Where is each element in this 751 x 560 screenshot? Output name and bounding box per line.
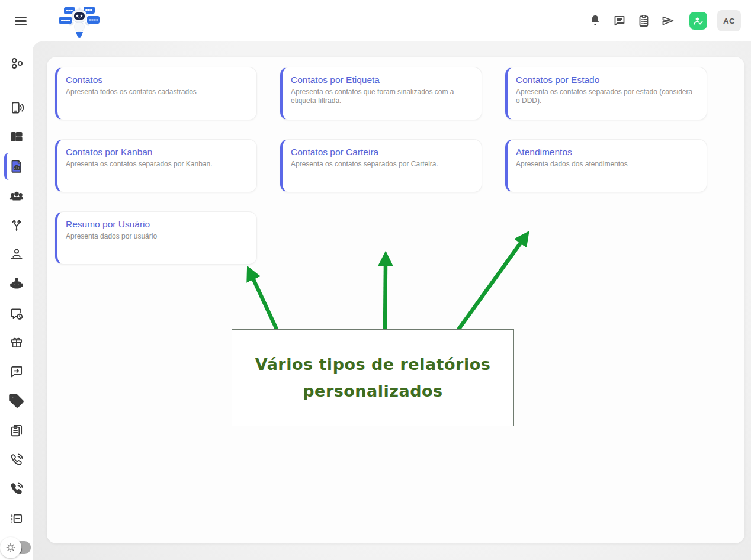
report-cards-grid: Contatos Apresenta todos os contatos cad… <box>55 67 707 265</box>
card-title: Contatos por Estado <box>516 75 698 85</box>
card-title: Resumo por Usuário <box>66 219 248 230</box>
card-title: Contatos por Kanban <box>66 147 248 157</box>
chatbot-robot-icon <box>9 276 24 292</box>
report-card-contatos-kanban[interactable]: Contatos por Kanban Apresenta os contato… <box>55 139 257 192</box>
card-description: Apresenta os contatos separados por esta… <box>516 88 698 105</box>
chat-icon[interactable] <box>612 14 627 28</box>
send-plane-icon[interactable] <box>661 14 675 28</box>
scheduled-chat-clock-icon <box>9 306 24 321</box>
sidebar-item-flows[interactable] <box>9 217 24 233</box>
clipboard-copy-icon <box>9 423 24 438</box>
card-description: Apresenta dados dos atendimentos <box>516 160 698 169</box>
route-split-icon <box>9 217 24 233</box>
organization-hub-icon <box>9 56 24 71</box>
user-avatar-button[interactable]: AC <box>717 10 741 31</box>
attendant-desk-icon <box>9 247 24 262</box>
sidebar-item-contacts[interactable] <box>9 188 24 204</box>
sidebar-item-tasks[interactable] <box>9 423 24 438</box>
reports-panel: Contatos Apresenta todos os contatos cad… <box>47 57 744 543</box>
card-description: Apresenta os contatos separados por Cart… <box>291 160 473 169</box>
card-description: Apresenta dados por usuário <box>66 232 248 241</box>
report-card-contatos-etiqueta[interactable]: Contatos por Etiqueta Apresenta os conta… <box>280 67 482 120</box>
phone-in-talk-filled-icon <box>9 481 24 497</box>
agent-status-button[interactable] <box>689 12 707 30</box>
queue-list-chat-icon <box>9 511 24 526</box>
sidebar-item-queues[interactable] <box>9 511 24 526</box>
quick-reply-chat-arrow-icon <box>9 364 24 379</box>
tag-label-icon <box>9 393 24 408</box>
gift-campaigns-icon <box>9 334 24 350</box>
sidebar-item-quick-replies[interactable] <box>9 364 24 379</box>
person-check-icon <box>692 15 704 27</box>
card-title: Contatos por Etiqueta <box>291 75 473 85</box>
top-header: AC <box>0 0 751 41</box>
sidebar-item-scheduled-messages[interactable] <box>9 306 24 321</box>
header-actions: AC <box>578 0 741 41</box>
report-card-contatos[interactable]: Contatos Apresenta todos os contatos cad… <box>55 67 257 120</box>
report-card-atendimentos[interactable]: Atendimentos Apresenta dados dos atendim… <box>505 139 707 192</box>
phone-in-talk-icon <box>9 452 24 468</box>
phone-broadcast-icon <box>9 100 24 115</box>
reports-banner-box: Vários tipos de relatórios personalizado… <box>232 329 514 426</box>
sidebar-item-calls[interactable] <box>9 452 24 468</box>
sidebar-item-reports[interactable] <box>9 159 24 174</box>
sidebar-item-tags[interactable] <box>9 393 24 408</box>
banner-text: Vários tipos de relatórios personalizado… <box>243 351 503 404</box>
sidebar-item-chatbot[interactable] <box>9 276 24 292</box>
sidebar-item-attendants[interactable] <box>9 247 24 262</box>
card-description: Apresenta todos os contatos cadastrados <box>66 88 248 96</box>
sidebar-item-kanban[interactable] <box>9 129 24 144</box>
card-title: Atendimentos <box>516 147 698 157</box>
report-card-resumo-usuario[interactable]: Resumo por Usuário Apresenta dados por u… <box>55 211 257 265</box>
reports-document-icon <box>9 159 24 174</box>
sidebar-item-organization[interactable] <box>9 56 24 71</box>
contacts-group-icon <box>9 188 24 204</box>
card-title: Contatos <box>66 75 248 85</box>
sidebar-item-connections[interactable] <box>9 100 24 115</box>
card-description: Apresenta os contatos separados por Kanb… <box>66 160 248 169</box>
avatar-initials: AC <box>723 17 735 25</box>
app-window: AC <box>0 0 751 560</box>
clipboard-list-icon[interactable] <box>637 14 651 28</box>
kanban-board-icon <box>9 129 24 144</box>
sidebar-nav <box>0 41 33 560</box>
sun-icon <box>0 537 21 558</box>
theme-toggle[interactable] <box>0 535 33 560</box>
card-description: Apresenta os contatos que foram sinaliza… <box>291 88 473 105</box>
sidebar-item-campaigns[interactable] <box>9 334 24 350</box>
sidebar-divider <box>0 78 28 78</box>
report-card-contatos-estado[interactable]: Contatos por Estado Apresenta os contato… <box>505 67 707 120</box>
card-title: Contatos por Carteira <box>291 147 473 157</box>
notifications-bell-icon[interactable] <box>588 14 602 28</box>
chatbot-logo <box>59 4 100 40</box>
sidebar-item-active-calls[interactable] <box>9 481 24 497</box>
menu-icon[interactable] <box>15 17 27 25</box>
report-card-contatos-carteira[interactable]: Contatos por Carteira Apresenta os conta… <box>280 139 482 192</box>
